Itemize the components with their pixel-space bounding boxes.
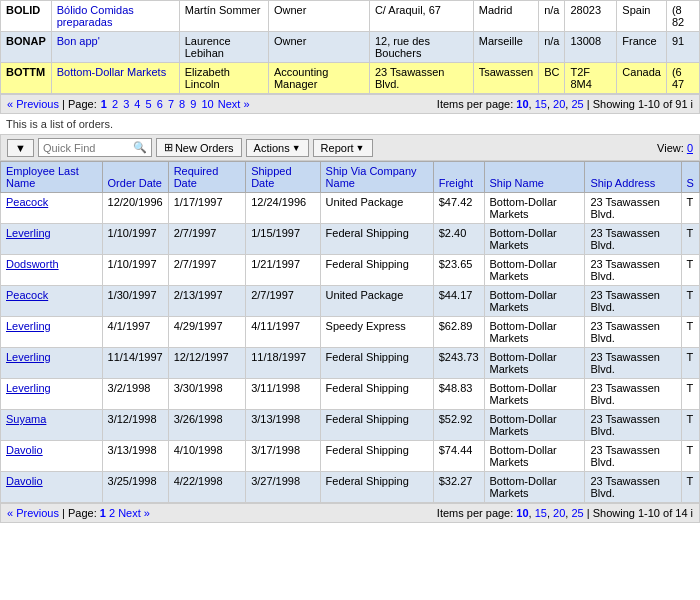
orders-col-header[interactable]: Employee Last Name bbox=[1, 162, 103, 193]
order-cell-8: T bbox=[681, 193, 699, 224]
orders-col-header[interactable]: Freight bbox=[433, 162, 484, 193]
orders-col-header[interactable]: Ship Via Company Name bbox=[320, 162, 433, 193]
employee-name-link[interactable]: Leverling bbox=[1, 348, 103, 379]
employee-name-link[interactable]: Leverling bbox=[1, 224, 103, 255]
top-page-link-5[interactable]: 5 bbox=[146, 98, 152, 110]
customer-field-4: 23 Tsawassen Blvd. bbox=[369, 63, 473, 94]
order-cell-8: T bbox=[681, 441, 699, 472]
order-cell-5: $23.65 bbox=[433, 255, 484, 286]
order-cell-4: Federal Shipping bbox=[320, 348, 433, 379]
quick-find-input[interactable] bbox=[39, 140, 129, 156]
top-page-link-6[interactable]: 6 bbox=[157, 98, 163, 110]
order-cell-1: 1/10/1997 bbox=[102, 224, 168, 255]
bottom-prev-link[interactable]: « Previous bbox=[7, 507, 59, 519]
bottom-page-links: 1 2 bbox=[100, 507, 118, 519]
customer-company: Bólido Comidas preparadas bbox=[51, 1, 179, 32]
orders-col-header[interactable]: Ship Name bbox=[484, 162, 585, 193]
top-pagination-left: « Previous | Page: 1 2 3 4 5 6 7 8 9 10 … bbox=[7, 98, 250, 110]
top-page-link-4[interactable]: 4 bbox=[134, 98, 140, 110]
view-count-link[interactable]: 0 bbox=[687, 142, 693, 154]
bottom-page-link-1[interactable]: 1 bbox=[100, 507, 106, 519]
bottom-per-page-25[interactable]: 25 bbox=[571, 507, 583, 519]
top-per-page-25[interactable]: 25 bbox=[571, 98, 583, 110]
order-cell-6: Bottom-Dollar Markets bbox=[484, 472, 585, 503]
orders-col-header[interactable]: Order Date bbox=[102, 162, 168, 193]
customer-company: Bottom-Dollar Markets bbox=[51, 63, 179, 94]
order-cell-8: T bbox=[681, 379, 699, 410]
order-cell-3: 4/11/1997 bbox=[246, 317, 320, 348]
customer-field-7: 28023 bbox=[565, 1, 617, 32]
bottom-per-page-10[interactable]: 10 bbox=[516, 507, 528, 519]
customer-table-row: BOTTMBottom-Dollar MarketsElizabeth Linc… bbox=[1, 63, 700, 94]
employee-name-link[interactable]: Leverling bbox=[1, 379, 103, 410]
order-cell-3: 3/13/1998 bbox=[246, 410, 320, 441]
orders-table-row: Suyama3/12/19983/26/19983/13/1998Federal… bbox=[1, 410, 700, 441]
customer-field-3: Owner bbox=[268, 32, 369, 63]
orders-table-row: Peacock1/30/19972/13/19972/7/1997United … bbox=[1, 286, 700, 317]
top-page-link-7[interactable]: 7 bbox=[168, 98, 174, 110]
top-page-link-3[interactable]: 3 bbox=[123, 98, 129, 110]
order-cell-6: Bottom-Dollar Markets bbox=[484, 317, 585, 348]
employee-name-link[interactable]: Davolio bbox=[1, 472, 103, 503]
bottom-per-page-20[interactable]: 20 bbox=[553, 507, 565, 519]
employee-name-link[interactable]: Dodsworth bbox=[1, 255, 103, 286]
bottom-page-link-2[interactable]: 2 bbox=[109, 507, 115, 519]
order-cell-1: 3/25/1998 bbox=[102, 472, 168, 503]
order-cell-4: Federal Shipping bbox=[320, 379, 433, 410]
order-cell-1: 12/20/1996 bbox=[102, 193, 168, 224]
search-icon[interactable]: 🔍 bbox=[129, 139, 151, 156]
order-cell-2: 3/30/1998 bbox=[168, 379, 246, 410]
top-page-link-10[interactable]: 10 bbox=[201, 98, 213, 110]
customer-field-8: France bbox=[617, 32, 667, 63]
top-page-link-8[interactable]: 8 bbox=[179, 98, 185, 110]
orders-col-header[interactable]: S bbox=[681, 162, 699, 193]
order-cell-8: T bbox=[681, 224, 699, 255]
order-cell-4: United Package bbox=[320, 286, 433, 317]
order-cell-4: United Package bbox=[320, 193, 433, 224]
customer-field-9: (8 82 bbox=[666, 1, 699, 32]
top-page-link-1[interactable]: 1 bbox=[101, 98, 107, 110]
customer-field-8: Canada bbox=[617, 63, 667, 94]
order-cell-2: 2/13/1997 bbox=[168, 286, 246, 317]
top-per-page-20[interactable]: 20 bbox=[553, 98, 565, 110]
customer-field-8: Spain bbox=[617, 1, 667, 32]
top-per-page-15[interactable]: 15 bbox=[535, 98, 547, 110]
top-page-link-2[interactable]: 2 bbox=[112, 98, 118, 110]
bottom-per-page-15[interactable]: 15 bbox=[535, 507, 547, 519]
order-cell-6: Bottom-Dollar Markets bbox=[484, 286, 585, 317]
customer-field-7: T2F 8M4 bbox=[565, 63, 617, 94]
order-cell-7: 23 Tsawassen Blvd. bbox=[585, 286, 681, 317]
customer-field-3: Accounting Manager bbox=[268, 63, 369, 94]
report-dropdown-button[interactable]: Report ▼ bbox=[313, 139, 373, 157]
order-cell-7: 23 Tsawassen Blvd. bbox=[585, 224, 681, 255]
employee-name-link[interactable]: Peacock bbox=[1, 193, 103, 224]
orders-col-header[interactable]: Shipped Date bbox=[246, 162, 320, 193]
bottom-next-link[interactable]: Next » bbox=[118, 507, 150, 519]
orders-col-header[interactable]: Required Date bbox=[168, 162, 246, 193]
top-per-page-10[interactable]: 10 bbox=[516, 98, 528, 110]
order-cell-3: 1/21/1997 bbox=[246, 255, 320, 286]
view-dropdown-arrow-icon: ▼ bbox=[15, 142, 26, 154]
employee-name-link[interactable]: Peacock bbox=[1, 286, 103, 317]
employee-name-link[interactable]: Davolio bbox=[1, 441, 103, 472]
top-prev-link[interactable]: « Previous bbox=[7, 98, 59, 110]
orders-toolbar: ▼ 🔍 ⊞ New Orders Actions ▼ Report ▼ View… bbox=[0, 134, 700, 161]
view-dropdown-btn[interactable]: ▼ bbox=[7, 139, 34, 157]
employee-name-link[interactable]: Suyama bbox=[1, 410, 103, 441]
view-label: View: 0 bbox=[657, 142, 693, 154]
orders-table-row: Davolio3/13/19984/10/19983/17/1998Federa… bbox=[1, 441, 700, 472]
new-orders-button[interactable]: ⊞ New Orders bbox=[156, 138, 242, 157]
actions-dropdown-button[interactable]: Actions ▼ bbox=[246, 139, 309, 157]
order-cell-1: 1/30/1997 bbox=[102, 286, 168, 317]
top-page-link-9[interactable]: 9 bbox=[190, 98, 196, 110]
order-cell-6: Bottom-Dollar Markets bbox=[484, 348, 585, 379]
order-cell-2: 3/26/1998 bbox=[168, 410, 246, 441]
bottom-pagination-bar: « Previous | Page: 1 2 Next » Items per … bbox=[0, 503, 700, 523]
order-cell-5: $52.92 bbox=[433, 410, 484, 441]
bottom-pagination-left: « Previous | Page: 1 2 Next » bbox=[7, 507, 150, 519]
top-page-links: 1 2 3 4 5 6 7 8 9 10 bbox=[100, 98, 218, 110]
orders-col-header[interactable]: Ship Address bbox=[585, 162, 681, 193]
top-next-link[interactable]: Next » bbox=[218, 98, 250, 110]
employee-name-link[interactable]: Leverling bbox=[1, 317, 103, 348]
orders-table-row: Davolio3/25/19984/22/19983/27/1998Federa… bbox=[1, 472, 700, 503]
